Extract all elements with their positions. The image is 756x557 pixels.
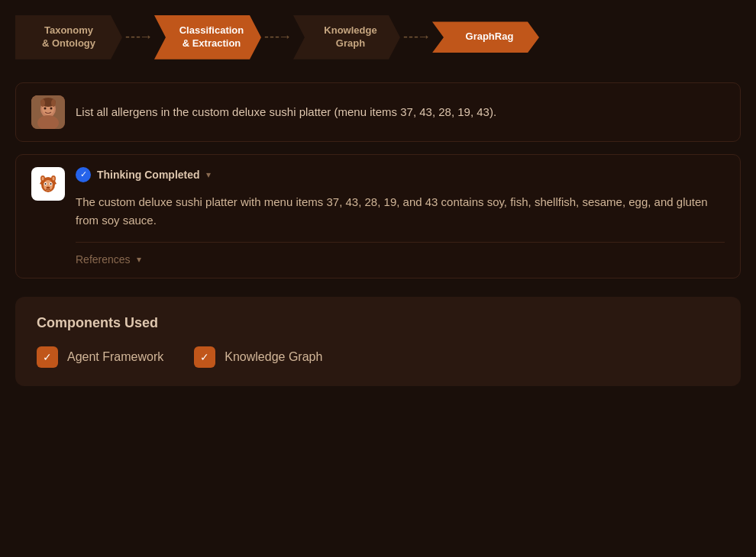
svg-point-17 [50,183,52,185]
pipeline-step-knowledge-graph-label: Knowledge Graph [324,24,376,50]
user-avatar-image [31,95,65,129]
component-item-agent-framework: ✓ Agent Framework [37,346,163,368]
thinking-label: Thinking Completed [97,169,200,181]
pipeline-arrow-1: - - -→ [122,29,154,45]
user-message-text: List all allergens in the custom deluxe … [76,104,496,121]
knowledge-graph-label: Knowledge Graph [225,350,322,364]
thinking-check-icon: ✓ [76,167,91,182]
thinking-chevron-icon: ▾ [206,169,211,180]
pipeline-arrow-3: - - -→ [400,29,432,45]
references-label: References [76,253,131,266]
ai-avatar-svg [34,170,62,198]
component-item-knowledge-graph: ✓ Knowledge Graph [194,346,322,368]
ai-content: ✓ Thinking Completed ▾ The custom deluxe… [76,167,725,266]
svg-point-13 [44,180,53,191]
svg-point-4 [44,107,47,109]
ai-avatar [31,167,65,201]
svg-point-5 [50,107,53,109]
references-chevron-icon: ▾ [137,254,141,265]
pipeline-step-classification-label: Classification & Extraction [179,24,244,50]
response-body: The custom deluxe sushi platter with men… [76,193,725,230]
divider [76,242,725,243]
svg-point-7 [40,99,45,107]
svg-point-16 [45,183,47,185]
thinking-header[interactable]: ✓ Thinking Completed ▾ [76,167,725,182]
components-list: ✓ Agent Framework ✓ Knowledge Graph [37,346,719,368]
svg-point-22 [53,176,55,180]
user-avatar-svg [31,95,65,129]
svg-point-18 [47,186,50,188]
pipeline-step-taxonomy[interactable]: Taxonomy & Ontology [15,15,122,60]
svg-point-8 [51,99,56,107]
components-section: Components Used ✓ Agent Framework ✓ Know… [15,297,741,386]
svg-point-21 [42,176,44,180]
components-title: Components Used [37,315,719,331]
pipeline-step-graphrag[interactable]: GraphRag [432,21,539,53]
pipeline-step-graphrag-label: GraphRag [466,31,514,43]
pipeline-step-classification[interactable]: Classification & Extraction [154,15,261,60]
knowledge-graph-checkbox[interactable]: ✓ [194,346,215,368]
user-message-card: List all allergens in the custom deluxe … [15,82,741,142]
pipeline-nav: Taxonomy & Ontology - - -→ Classificatio… [15,15,741,60]
agent-framework-checkbox[interactable]: ✓ [37,346,58,368]
avatar [31,95,65,129]
pipeline-arrow-2: - - -→ [261,29,293,45]
pipeline-step-knowledge-graph[interactable]: Knowledge Graph [293,15,400,60]
ai-response-card: ✓ Thinking Completed ▾ The custom deluxe… [15,154,741,278]
references-row[interactable]: References ▾ [76,253,725,266]
agent-framework-label: Agent Framework [67,350,163,364]
pipeline-step-taxonomy-label: Taxonomy & Ontology [42,24,95,50]
